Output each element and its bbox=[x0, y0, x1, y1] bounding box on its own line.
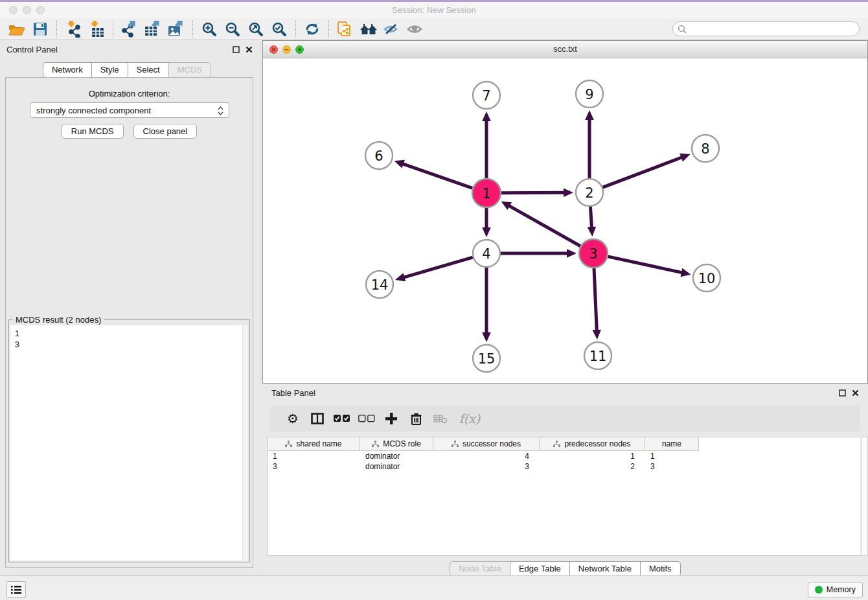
table-toolbar: ⚙ bbox=[270, 406, 860, 432]
memory-label: Memory bbox=[827, 585, 856, 594]
column-type-icon bbox=[451, 441, 459, 448]
tab-node-table[interactable]: Node Table bbox=[450, 561, 510, 577]
table-cell[interactable]: dominator bbox=[360, 451, 433, 461]
graph-edge-arrowhead bbox=[588, 227, 597, 237]
graph-edge-3-10[interactable] bbox=[608, 257, 683, 273]
graph-edge-3-11[interactable] bbox=[594, 268, 597, 332]
graph-node-label: 8 bbox=[701, 141, 709, 157]
search-input[interactable] bbox=[689, 24, 859, 34]
column-type-icon bbox=[372, 441, 379, 448]
tab-edge-table[interactable]: Edge Table bbox=[510, 561, 570, 577]
status-bar: Memory bbox=[0, 575, 868, 600]
zoom-selected-icon bbox=[271, 21, 287, 37]
table-cell[interactable]: 3 bbox=[433, 461, 540, 472]
column-header-predecessor-nodes[interactable]: predecessor nodes bbox=[540, 437, 645, 451]
function-icon: f(x) bbox=[459, 411, 481, 426]
tab-style[interactable]: Style bbox=[91, 62, 128, 78]
show-all-button[interactable] bbox=[404, 19, 427, 39]
graph-edge-arrowhead bbox=[680, 154, 690, 162]
close-panel-button[interactable]: Close panel bbox=[133, 124, 198, 139]
delete-columns-button[interactable] bbox=[404, 408, 428, 430]
hide-selected-button[interactable] bbox=[380, 19, 404, 39]
result-scrollbar-track[interactable] bbox=[242, 325, 248, 560]
table-scrollbar-track[interactable] bbox=[861, 437, 868, 556]
graph-node-label: 1 bbox=[482, 186, 490, 202]
graph-edge-1-2[interactable] bbox=[501, 192, 566, 193]
tab-network[interactable]: Network bbox=[43, 62, 92, 78]
import-network-button[interactable] bbox=[62, 19, 85, 39]
column-header-label: predecessor nodes bbox=[564, 439, 630, 448]
apply-layout-button[interactable] bbox=[301, 19, 324, 39]
table-cell[interactable]: 1 bbox=[268, 451, 360, 461]
column-header-shared-name[interactable]: shared name bbox=[268, 437, 360, 451]
show-panels-button[interactable] bbox=[6, 581, 26, 598]
export-table-button[interactable] bbox=[141, 19, 165, 39]
graph-edge-2-8[interactable] bbox=[603, 157, 684, 187]
graph-edge-arrowhead bbox=[564, 188, 573, 197]
function-builder-button[interactable]: f(x) bbox=[453, 408, 486, 430]
run-mcds-button[interactable]: Run MCDS bbox=[62, 124, 124, 139]
delete-table-button[interactable] bbox=[428, 408, 453, 430]
graph-node-label: 15 bbox=[478, 351, 496, 367]
tab-mcds[interactable]: MCDS bbox=[168, 62, 211, 78]
criterion-select[interactable]: strongly connected component bbox=[30, 102, 229, 118]
zoom-fit-button[interactable] bbox=[244, 19, 268, 39]
tab-motifs[interactable]: Motifs bbox=[640, 561, 681, 577]
add-column-button[interactable] bbox=[379, 408, 404, 430]
table-body: 1dominator4113dominator323 bbox=[268, 451, 860, 472]
graph-edge-2-3[interactable] bbox=[590, 207, 591, 229]
control-panel-header: Control Panel bbox=[0, 40, 259, 58]
import-table-button[interactable] bbox=[85, 19, 108, 39]
tab-select[interactable]: Select bbox=[128, 62, 169, 78]
graph-edge-4-14[interactable] bbox=[402, 257, 473, 278]
toolbar-separator bbox=[113, 21, 113, 38]
network-window-titlebar[interactable]: scc.txt bbox=[263, 41, 867, 58]
table-cell[interactable]: 1 bbox=[645, 451, 699, 461]
column-header-label: successor nodes bbox=[463, 439, 521, 448]
table-row[interactable]: 1dominator411 bbox=[268, 451, 860, 461]
show-columns-button[interactable] bbox=[305, 408, 330, 430]
first-neighbors-button[interactable] bbox=[357, 19, 380, 39]
memory-button[interactable]: Memory bbox=[808, 582, 863, 597]
clone-network-button[interactable] bbox=[334, 19, 357, 39]
graph-node-label: 3 bbox=[589, 246, 597, 262]
table-panel-title: Table Panel bbox=[271, 388, 839, 398]
close-panel-icon[interactable] bbox=[852, 389, 859, 397]
export-network-button[interactable] bbox=[118, 19, 141, 39]
float-panel-icon[interactable] bbox=[839, 389, 846, 397]
save-session-button[interactable] bbox=[29, 19, 52, 39]
mcds-tab-content: Optimization criterion: strongly connect… bbox=[5, 77, 253, 568]
table-cell[interactable]: dominator bbox=[360, 461, 433, 472]
graph-edge-3-1[interactable] bbox=[507, 205, 580, 246]
column-header-MCDS-role[interactable]: MCDS role bbox=[360, 437, 433, 451]
network-canvas[interactable]: 7968124314101511 bbox=[263, 58, 867, 383]
table-cell[interactable]: 1 bbox=[540, 451, 645, 461]
memory-status-icon bbox=[815, 586, 823, 594]
mcds-result-area[interactable]: 1 3 bbox=[10, 325, 248, 560]
table-cell[interactable]: 4 bbox=[433, 451, 540, 461]
export-image-button[interactable] bbox=[165, 19, 188, 39]
zoom-selected-button[interactable] bbox=[268, 19, 291, 39]
import-network-icon bbox=[65, 21, 82, 38]
table-cell[interactable]: 3 bbox=[645, 461, 699, 472]
table-options-button[interactable]: ⚙ bbox=[280, 408, 305, 430]
open-session-button[interactable] bbox=[5, 19, 29, 39]
zoom-in-button[interactable] bbox=[198, 19, 221, 39]
network-graph[interactable]: 7968124314101511 bbox=[263, 58, 867, 383]
graph-edge-1-6[interactable] bbox=[401, 163, 472, 189]
column-header-name[interactable]: name bbox=[645, 437, 699, 451]
table-cell[interactable]: 3 bbox=[268, 461, 360, 472]
table-row[interactable]: 3dominator323 bbox=[268, 461, 860, 472]
graph-edge-arrowhead bbox=[482, 332, 491, 342]
zoom-out-button[interactable] bbox=[221, 19, 244, 39]
close-panel-icon[interactable] bbox=[246, 46, 253, 53]
unselect-all-columns-button[interactable] bbox=[354, 408, 379, 430]
select-all-columns-button[interactable] bbox=[330, 408, 354, 430]
table-cell[interactable]: 2 bbox=[540, 461, 645, 472]
window-title: Session: New Session bbox=[0, 5, 868, 15]
column-header-successor-nodes[interactable]: successor nodes bbox=[433, 437, 540, 451]
control-panel: Control Panel Network Style Select MCDS … bbox=[0, 40, 259, 575]
float-panel-icon[interactable] bbox=[233, 46, 240, 53]
tab-network-table[interactable]: Network Table bbox=[569, 561, 641, 577]
node-table[interactable]: shared nameMCDS rolesuccessor nodesprede… bbox=[267, 437, 860, 556]
